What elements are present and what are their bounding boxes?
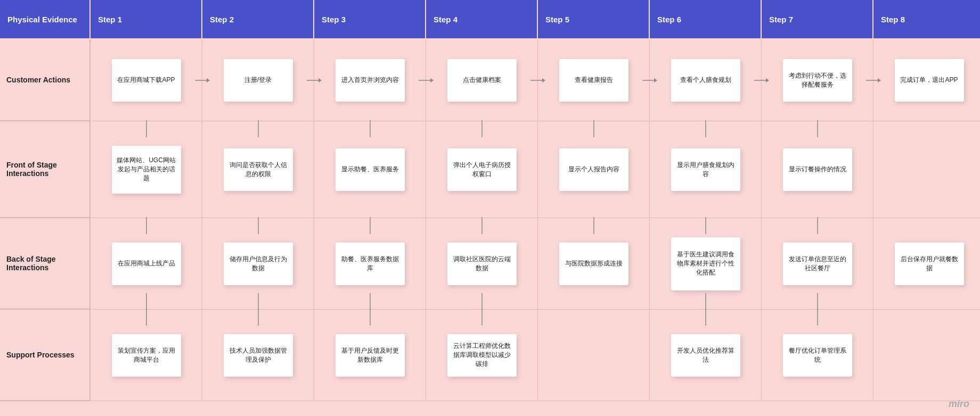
- arrow-right-c2: [307, 76, 322, 85]
- note-back-6: 基于医生建议调用食物库素材并进行个性化搭配: [671, 237, 740, 290]
- note-support-6: 开发人员优化推荐算法: [671, 334, 740, 377]
- note-support-2: 技术人员加强数据管理及保护: [224, 334, 293, 377]
- customer-action-step6: 查看个人膳食规划: [650, 39, 762, 121]
- svg-marker-9: [654, 78, 657, 82]
- v-connector-s2-up: [255, 309, 262, 326]
- svg-marker-13: [878, 78, 881, 82]
- support-step7: 餐厅优化订单管理系统: [762, 310, 873, 401]
- note-customer-4: 点击健康档案: [447, 59, 517, 102]
- note-front-7: 显示订餐操作的情况: [783, 148, 852, 191]
- v-connector-b7-down: [814, 293, 821, 310]
- back-stage-step8: 后台保存用户就餐数据: [873, 218, 980, 310]
- label-customer-actions: Customer Actions: [0, 39, 91, 121]
- arrow-right-c6: [754, 76, 769, 85]
- note-customer-5: 查看健康报告: [559, 59, 628, 102]
- v-connector-b7-up: [814, 217, 821, 234]
- header-step1: Step 1: [91, 0, 202, 39]
- v-connector-s4-up: [478, 309, 486, 326]
- front-stage-step3: 显示助餐、医养服务: [314, 121, 426, 218]
- arrow-right-c1: [195, 76, 210, 85]
- label-support-processes: Support Processes: [0, 310, 91, 401]
- arrow-right-c4: [530, 76, 545, 85]
- customer-action-step4: 点击健康档案: [426, 39, 538, 121]
- label-front-stage: Front of Stage Interactions: [0, 121, 91, 218]
- note-front-3: 显示助餐、医养服务: [336, 148, 405, 191]
- support-step5: [538, 310, 650, 401]
- front-stage-step7: 显示订餐操作的情况: [762, 121, 873, 218]
- svg-marker-7: [542, 78, 545, 82]
- front-stage-step8: [873, 121, 980, 218]
- service-blueprint-grid: Physical Evidence Step 1 Step 2 Step 3 S…: [0, 0, 980, 416]
- v-connector-s1-up: [143, 309, 150, 326]
- customer-action-step8: 完成订单，退出APP: [873, 39, 980, 121]
- note-front-6: 显示用户膳食规划内容: [671, 148, 740, 191]
- back-stage-step4: 调取社区医院的云端数据: [426, 218, 538, 310]
- back-stage-step1: 在应用商城上线产品: [91, 218, 202, 310]
- note-front-1: 媒体网站、UGC网站发起与产品相关的话题: [112, 146, 181, 194]
- v-connector-f6-up: [702, 120, 709, 137]
- note-support-3: 基于用户反馈及时更新数据库: [336, 334, 405, 377]
- svg-marker-11: [766, 78, 769, 82]
- customer-action-step7: 考虑到行动不便，选择配餐服务: [762, 39, 873, 121]
- v-connector-f1-up: [143, 120, 150, 137]
- back-stage-step3: 助餐、医养服务数据库: [314, 218, 426, 310]
- arrow-right-c5: [642, 76, 657, 85]
- support-step4: 云计算工程师优化数据库调取模型以减少碳排: [426, 310, 538, 401]
- front-stage-step4: 弹出个人电子病历授权窗口: [426, 121, 538, 218]
- note-back-5: 与医院数据形成连接: [559, 243, 628, 285]
- v-connector-f5-up: [590, 120, 598, 137]
- v-connector-b3-up: [366, 217, 374, 234]
- v-connector-b2-up: [255, 217, 262, 234]
- note-support-4: 云计算工程师优化数据库调取模型以减少碳排: [447, 334, 517, 377]
- header-step5: Step 5: [538, 0, 650, 39]
- note-support-1: 策划宣传方案，应用商城平台: [112, 334, 181, 377]
- v-connector-f7-up: [814, 120, 821, 137]
- v-connector-b6-down: [702, 293, 709, 310]
- back-stage-step7: 发送订单信息至近的社区餐厅: [762, 218, 873, 310]
- v-connector-b1-down: [143, 293, 150, 310]
- label-back-stage: Back of Stage Interactions: [0, 218, 91, 310]
- support-step6: 开发人员优化推荐算法: [650, 310, 762, 401]
- note-customer-3: 进入首页并浏览内容: [336, 59, 405, 102]
- support-step8: [873, 310, 980, 401]
- note-customer-1: 在应用商城下载APP: [112, 59, 181, 102]
- note-back-8: 后台保存用户就餐数据: [895, 243, 964, 285]
- front-stage-step5: 显示个人报告内容: [538, 121, 650, 218]
- svg-marker-1: [207, 78, 210, 82]
- note-customer-8: 完成订单，退出APP: [895, 59, 964, 102]
- v-connector-b5-up: [590, 217, 598, 234]
- v-connector-s7-up: [814, 309, 821, 326]
- arrow-right-c7: [866, 76, 881, 85]
- note-front-2: 询问是否获取个人信息的权限: [224, 148, 293, 191]
- v-connector-b1-up: [143, 217, 150, 234]
- v-connector-b2-down: [255, 293, 262, 310]
- back-stage-step5: 与医院数据形成连接: [538, 218, 650, 310]
- note-back-2: 储存用户信息及行为数据: [224, 243, 293, 285]
- v-connector-b6-up: [702, 217, 709, 234]
- note-front-4: 弹出个人电子病历授权窗口: [447, 148, 517, 191]
- header-physical-evidence: Physical Evidence: [0, 0, 91, 39]
- note-back-4: 调取社区医院的云端数据: [447, 243, 517, 285]
- svg-marker-5: [430, 78, 434, 82]
- customer-action-step5: 查看健康报告: [538, 39, 650, 121]
- customer-action-step3: 进入首页并浏览内容: [314, 39, 426, 121]
- support-step2: 技术人员加强数据管理及保护: [202, 310, 314, 401]
- note-support-7: 餐厅优化订单管理系统: [783, 334, 852, 377]
- arrow-right-c3: [419, 76, 434, 85]
- front-stage-step2: 询问是否获取个人信息的权限: [202, 121, 314, 218]
- back-stage-step2: 储存用户信息及行为数据: [202, 218, 314, 310]
- support-step3: 基于用户反馈及时更新数据库: [314, 310, 426, 401]
- note-back-7: 发送订单信息至近的社区餐厅: [783, 243, 852, 285]
- note-back-1: 在应用商城上线产品: [112, 243, 181, 285]
- note-customer-7: 考虑到行动不便，选择配餐服务: [783, 59, 852, 102]
- customer-action-step1: 在应用商城下载APP: [91, 39, 202, 121]
- header-step4: Step 4: [426, 0, 538, 39]
- header-step7: Step 7: [762, 0, 873, 39]
- back-stage-step6: 基于医生建议调用食物库素材并进行个性化搭配: [650, 218, 762, 310]
- front-stage-step6: 显示用户膳食规划内容: [650, 121, 762, 218]
- header-step3: Step 3: [314, 0, 426, 39]
- front-stage-step1: 媒体网站、UGC网站发起与产品相关的话题: [91, 121, 202, 218]
- v-connector-b3-down: [366, 293, 374, 310]
- customer-action-step2: 注册/登录: [202, 39, 314, 121]
- v-connector-b4-down: [478, 293, 486, 310]
